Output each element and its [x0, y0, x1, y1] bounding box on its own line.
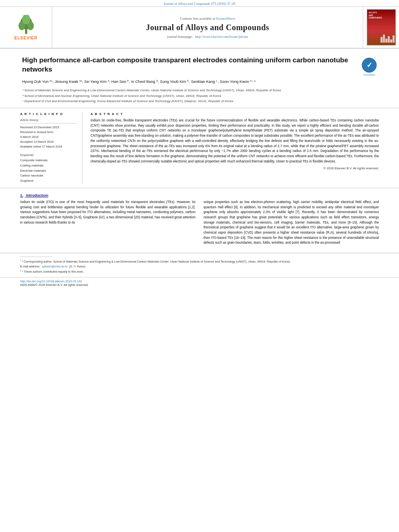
crossmark-badge[interactable]: ✓ CrossMark: [362, 58, 377, 76]
affiliation-b: ᵇ School of Mechanical and Nuclear Engin…: [22, 94, 377, 99]
email-name: (S.-Y. Kwon).: [69, 265, 86, 268]
top-journal-bar: Journal of Alloys and Compounds 675 (201…: [0, 0, 399, 7]
mini-cover-bars: [380, 35, 395, 43]
contents-link-area: Contents lists available at ScienceDirec…: [180, 16, 235, 21]
intro-text-right: unique properties such as low electron-p…: [204, 200, 379, 246]
keywords-section: Keywords: Composite materials Coating ma…: [20, 153, 77, 184]
footnote-email: E-mail address: sykwon@unist.ac.kr (S.-Y…: [20, 264, 379, 269]
abstract-paragraph: Indium tin oxide-free, flexible transpar…: [90, 118, 379, 164]
contents-text: Contents lists available at: [180, 16, 215, 21]
footnote-divider: [20, 257, 52, 257]
affiliation-c: ᶜ Department of Civil and Environmental …: [22, 99, 377, 104]
journal-mini-cover: ALLOYSANDCOMPOUNDS: [367, 9, 396, 45]
abstract-body: Indium tin oxide-free, flexible transpar…: [90, 118, 379, 164]
online-date: Available online 17 March 2016: [20, 144, 77, 149]
abstract-heading: A B S T R A C T: [90, 112, 379, 116]
introduction-body: Indium tin oxide (ITO) is one of the mos…: [20, 200, 379, 248]
footnotes-section: * * Corresponding author. School of Mate…: [0, 253, 399, 277]
svg-text:✓: ✓: [366, 61, 372, 69]
intro-col-left: Indium tin oxide (ITO) is one of the mos…: [20, 200, 195, 248]
keyword-4: Carbon nanotube: [20, 173, 77, 179]
received-date: Received 23 December 2015: [20, 125, 77, 130]
homepage-line: journal homepage: http://www.elsevier.co…: [167, 35, 248, 39]
revised-label: Received in revised form: [20, 130, 77, 135]
intro-col-right: unique properties such as low electron-p…: [204, 200, 379, 248]
elsevier-wordmark: ELSEVIER: [14, 36, 37, 40]
affiliations-list: ᵃ School of Materials Science and Engine…: [22, 88, 377, 104]
homepage-prefix: journal homepage:: [167, 35, 193, 39]
journal-citation: Journal of Alloys and Compounds 675 (201…: [163, 2, 235, 6]
section-title: 1. Introduction: [20, 193, 48, 197]
accepted-date: Accepted 14 March 2016: [20, 140, 77, 144]
keyword-2: Coating materials: [20, 163, 77, 168]
journal-header: ELSEVIER Contents lists available at Sci…: [0, 7, 399, 49]
footnote-star: * * Corresponding author. School of Mate…: [20, 259, 379, 264]
article-history-label: Article history:: [20, 118, 77, 123]
footnote1-text: ¹ These authors contributed equally to t…: [22, 270, 84, 273]
article-info-column: A R T I C L E I N F O Article history: R…: [20, 112, 82, 184]
paper-header-section: ✓ CrossMark High performance all-carbon …: [0, 49, 399, 108]
author-names: Hyung Duk Yun ᵃ¹, Jinsung Kwak ᵃ¹, Se-Ya…: [22, 79, 255, 84]
section-title-text: Introduction: [26, 193, 48, 197]
article-info-heading: A R T I C L E I N F O: [20, 112, 77, 116]
footnote1-superscript: 1: [20, 269, 21, 272]
issn-line: 0925-8388/© 2016 Elsevier B.V. All right…: [20, 283, 379, 287]
journal-title-area: Contents lists available at ScienceDirec…: [52, 7, 363, 48]
sciencedirect-link[interactable]: ScienceDirect: [216, 16, 235, 21]
intro-paragraph-1: Indium tin oxide (ITO) is one of the mos…: [20, 200, 195, 226]
section-number: 1.: [20, 193, 23, 197]
elsevier-tree-icon: [14, 15, 38, 35]
elsevier-logo-area: ELSEVIER: [0, 7, 52, 48]
crossmark-label: CrossMark: [362, 74, 377, 76]
introduction-section: 1. Introduction Indium tin oxide (ITO) i…: [0, 188, 399, 253]
affiliation-a: ᵃ School of Materials Science and Engine…: [22, 88, 377, 93]
email-link[interactable]: sykwon@unist.ac.kr: [42, 265, 68, 268]
keyword-1: Composite materials: [20, 158, 77, 163]
star-superscript: *: [20, 259, 21, 262]
intro-text-left: Indium tin oxide (ITO) is one of the mos…: [20, 200, 195, 226]
elsevier-logo: ELSEVIER: [14, 15, 38, 40]
star-note-text: * Corresponding author. School of Materi…: [22, 260, 290, 264]
copyright-notice: © 2016 Elsevier B.V. All rights reserved…: [90, 166, 379, 170]
paper-title: High performance all-carbon composite tr…: [22, 56, 377, 74]
svg-rect-0: [25, 29, 27, 34]
crossmark-icon: ✓: [362, 58, 377, 73]
keyword-5: Graphene: [20, 179, 77, 184]
journal-name-heading: Journal of Alloys and Compounds: [146, 23, 269, 32]
doi-link[interactable]: http://dx.doi.org/10.1016/j.jallcom.2016…: [20, 279, 82, 283]
doi-line: http://dx.doi.org/10.1016/j.jallcom.2016…: [20, 279, 379, 283]
revised-date: 9 March 2016: [20, 135, 77, 140]
abstract-column: A B S T R A C T Indium tin oxide-free, f…: [90, 112, 379, 184]
keywords-label: Keywords:: [20, 153, 77, 157]
author-list: Hyung Duk Yun ᵃ¹, Jinsung Kwak ᵃ¹, Se-Ya…: [22, 78, 377, 85]
mini-cover-title: ALLOYSANDCOMPOUNDS: [369, 11, 382, 19]
mini-cover-area: ALLOYSANDCOMPOUNDS: [363, 7, 399, 48]
footnote-1: 1 ¹ These authors contributed equally to…: [20, 269, 379, 274]
intro-paragraph-2: unique properties such as low electron-p…: [204, 200, 379, 246]
bottom-bar: http://dx.doi.org/10.1016/j.jallcom.2016…: [0, 277, 399, 289]
article-info-abstract-section: A R T I C L E I N F O Article history: R…: [0, 108, 399, 188]
email-label: E-mail address:: [20, 265, 40, 268]
homepage-url[interactable]: http://www.elsevier.com/locate/jalcom: [195, 35, 248, 39]
section-number-title: 1. Introduction: [20, 193, 379, 197]
keyword-3: Electrode materials: [20, 168, 77, 174]
